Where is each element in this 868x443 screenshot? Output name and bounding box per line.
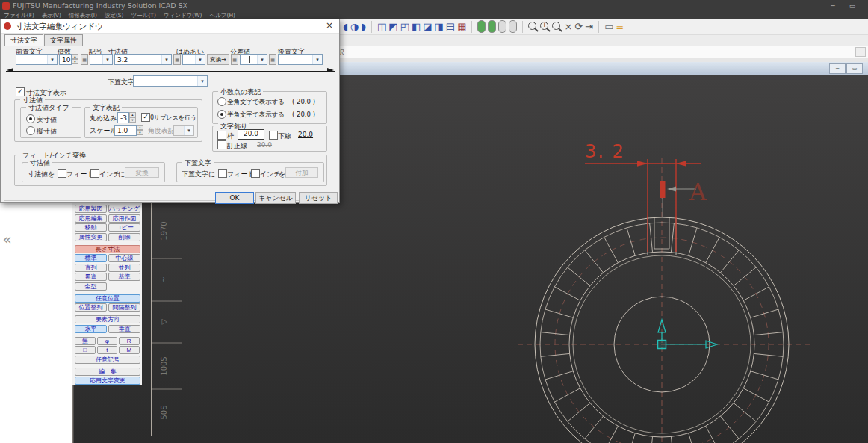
close-icon[interactable]: × [323,19,336,33]
ok-button[interactable]: OK [215,192,254,204]
sidebar-button[interactable]: 長さ寸法 [75,245,140,253]
tab-text-attribute[interactable]: 文字属性 [44,34,83,46]
sidebar-button[interactable]: 基準 [108,273,140,281]
multiplier-stepper[interactable]: ▴ ▾ [72,54,78,65]
sheet-page-icon[interactable]: ▭ [604,21,613,33]
doc-maximize-icon[interactable]: ▭ [846,63,863,74]
capsule-toggle-on-icon[interactable] [488,20,496,33]
dialog-titlebar[interactable]: 寸法文字編集ウィンドウ × [1,19,339,34]
drawing-book-icon[interactable]: ▤ [446,21,455,33]
chevron-down-icon[interactable]: ▾ [312,55,322,64]
maximize-icon[interactable]: ▭ [844,1,861,11]
strike-checkbox[interactable] [217,140,226,149]
orbit-sphere-icon[interactable]: ◖ [343,21,348,33]
menu-item[interactable]: ツール(T) [128,12,160,19]
capsule-toggle-off-icon[interactable] [498,20,506,33]
zoom-icon[interactable] [528,22,536,30]
iso-view-cube-icon[interactable]: ◫ [377,21,386,33]
view-cube-icon[interactable]: ◧ [412,21,421,33]
spin-down-icon[interactable]: ▾ [72,59,78,64]
sidebar-button[interactable]: 任意位置 [75,294,140,303]
menu-item[interactable]: 設定(S) [101,12,128,19]
menu-item[interactable]: ファイル(F) [0,12,38,19]
chevron-down-icon[interactable]: ▾ [195,55,205,64]
view-cube-icon[interactable]: ◰ [400,21,409,33]
sidebar-button[interactable]: 垂直 [108,325,140,333]
below-feet-checkbox[interactable] [218,169,227,178]
menu-item[interactable]: 情報表示(I) [65,12,101,19]
symbol-combobox[interactable]: ▾ [90,54,113,65]
fullwidth-radio[interactable] [217,97,226,106]
pseudo-value-radio[interactable] [26,126,35,135]
sidebar-button[interactable]: 属性変更 [75,233,107,241]
sidebar-button[interactable]: t [97,346,118,354]
spin-down-icon[interactable]: ▾ [137,130,143,135]
chevron-down-icon[interactable]: ▾ [161,55,171,64]
sidebar-button[interactable]: □ [75,346,96,354]
menu-item[interactable]: ウィンドウ(W) [160,12,206,19]
panel-collapse-icon[interactable]: « [1,229,13,251]
spin-up-icon[interactable]: ▴ [137,125,143,130]
sidebar-button[interactable]: φ [97,337,118,345]
sidebar-button[interactable]: 編 集 [75,368,140,376]
shaded-view-cube-icon[interactable]: ◩ [388,21,397,33]
refresh-view-icon[interactable]: ⟳ [574,21,583,33]
sidebar-button[interactable]: M [119,346,140,354]
capsule-toggle-off-icon[interactable] [509,20,517,33]
frame-checkbox[interactable] [217,131,226,140]
rounding-stepper[interactable]: ▴ ▾ [129,112,136,123]
sidebar-button[interactable]: 金型 [75,282,107,291]
view-cube-icon[interactable]: ◪ [423,21,432,33]
sidebar-button[interactable]: 応用作図 [108,214,140,223]
origin-marker[interactable] [658,341,666,349]
dimension-text[interactable]: 3. 2 [585,141,625,162]
below-inch-checkbox[interactable] [251,169,260,178]
below-text-combobox[interactable]: ▾ [133,75,208,87]
underline-checkbox[interactable] [269,131,278,140]
convert-button[interactable]: 変換 [125,167,159,178]
minimize-icon[interactable]: ─ [825,1,841,11]
partial-toolbar-button[interactable] [855,47,866,57]
marker-label-a[interactable]: A [689,179,707,205]
inch-checkbox[interactable] [90,169,99,178]
sidebar-button[interactable]: 位置整列 [75,303,107,312]
rounding-input[interactable]: -3 [117,112,129,123]
zoom-in-icon[interactable]: + [540,22,548,30]
sidebar-button[interactable]: 応用製図 [75,205,107,213]
sidebar-button[interactable]: 応用編集 [75,214,107,223]
sidebar-button[interactable]: 水平 [75,325,107,333]
fit-convert-button[interactable]: 変換→ [207,54,229,65]
fit-view-icon[interactable]: ⇥ [585,21,593,33]
sidebar-button[interactable]: 標準 [75,254,107,262]
sidebar-button[interactable]: ハッチング [108,205,140,213]
selection-highlight-bar[interactable] [660,181,666,198]
chevron-down-icon[interactable]: ▾ [102,55,112,64]
spin-down-icon[interactable]: ▾ [129,117,136,123]
spin-up-icon[interactable]: ▴ [129,112,136,117]
sidebar-button[interactable]: 並列 [108,264,140,272]
append-button[interactable]: 付加 [285,167,318,178]
sidebar-button[interactable]: 要素方向 [75,315,140,323]
tolerance-combobox[interactable]: ▾ [240,54,267,65]
sidebar-button[interactable]: R [119,337,140,345]
halfwidth-radio[interactable] [217,110,226,119]
sidebar-button[interactable]: 間隔整列 [108,303,140,312]
fit-combobox[interactable]: ▾ [182,54,205,65]
fit-list-button[interactable]: ▦ [173,54,181,65]
orbit-sphere-icon[interactable]: ◑ [350,21,359,33]
scale-stepper[interactable]: ▴ ▾ [137,125,143,136]
suffix-list-button[interactable]: ▦ [269,54,276,65]
sidebar-button[interactable]: 累進 [75,273,107,281]
cancel-button[interactable]: キャンセル [255,192,296,204]
tab-dimension-text[interactable]: 寸法文字 [4,34,43,46]
sidebar-button[interactable]: 移動 [75,223,107,232]
reset-button[interactable]: リセット [299,192,338,204]
zero-suppress-checkbox[interactable]: ✓ [141,113,150,122]
dimension-value-combobox[interactable]: 3.2 ▾ [114,54,172,65]
menu-item[interactable]: 表示(V) [38,12,65,19]
orbit-sphere-icon[interactable]: ◗ [361,21,366,33]
tolerance-list-button[interactable]: ▦ [231,54,238,65]
view-cube-icon[interactable]: ◨ [435,21,444,33]
zoom-out-icon[interactable]: − [552,22,560,30]
feet-checkbox[interactable] [58,169,66,178]
